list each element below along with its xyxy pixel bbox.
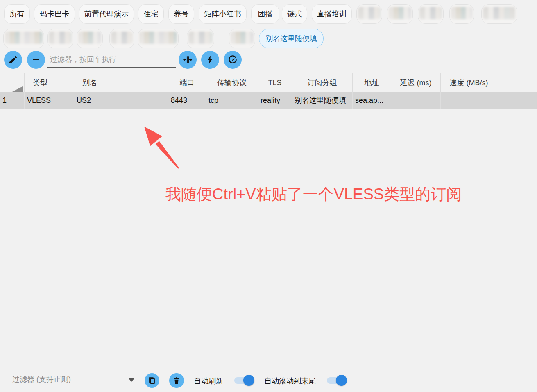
- annotation-arrow: [139, 123, 184, 172]
- group-tab-censored[interactable]: [187, 29, 214, 48]
- censor-mosaic: [358, 7, 381, 19]
- table-header-row: 类型 别名 端口 传输协议 TLS 订阅分组 地址 延迟 (ms) 速度 (MB…: [0, 73, 537, 92]
- column-header-address[interactable]: 地址: [352, 73, 391, 92]
- lightning-icon: [205, 55, 215, 65]
- group-tab[interactable]: 团播: [251, 4, 279, 24]
- censor-mosaic: [451, 7, 472, 19]
- censor-mosaic: [49, 32, 72, 44]
- column-header-group[interactable]: 订阅分组: [292, 73, 352, 92]
- auto-refresh-toggle[interactable]: [234, 377, 253, 384]
- delete-button[interactable]: [169, 373, 184, 388]
- group-tab[interactable]: 直播培训: [312, 4, 352, 24]
- group-tab-censored[interactable]: [356, 4, 382, 24]
- auto-refresh-label: 自动刷新: [194, 376, 223, 386]
- toggle-thumb: [243, 375, 254, 386]
- column-header-port[interactable]: 端口: [168, 73, 206, 92]
- gauge-icon: [227, 54, 238, 65]
- group-tab-all[interactable]: 所有: [4, 4, 30, 24]
- edit-button[interactable]: [4, 51, 22, 69]
- censor-mosaic: [78, 32, 101, 44]
- censor-mosaic: [419, 7, 442, 19]
- group-tab-censored[interactable]: [3, 29, 44, 48]
- group-tab[interactable]: 住宅: [138, 4, 164, 24]
- group-tab-censored[interactable]: [449, 4, 474, 24]
- group-tab-censored[interactable]: [47, 29, 73, 48]
- table-row-selected[interactable]: 1 VLESS US2 8443 tcp reality 别名这里随便填 sea…: [0, 92, 537, 109]
- cell-type: VLESS: [24, 92, 74, 109]
- row-number-header[interactable]: [0, 73, 24, 92]
- group-tab[interactable]: 前置代理演示: [79, 4, 134, 24]
- column-header-transport[interactable]: 传输协议: [206, 73, 258, 92]
- cell-transport: tcp: [206, 92, 258, 109]
- cell-address: sea.ap...: [352, 92, 391, 109]
- url-test-button[interactable]: [201, 51, 219, 69]
- toggle-thumb: [336, 375, 347, 386]
- censor-mosaic: [5, 32, 43, 44]
- copy-icon: [147, 376, 156, 385]
- corner-triangle-icon: [11, 86, 23, 92]
- group-tab-censored[interactable]: [138, 29, 179, 48]
- cell-tls: reality: [258, 92, 292, 109]
- auto-scroll-label: 自动滚动到末尾: [264, 376, 316, 386]
- cell-alias: US2: [74, 92, 168, 109]
- censor-mosaic: [111, 32, 133, 44]
- censor-mosaic: [231, 32, 254, 44]
- auto-scroll-toggle[interactable]: [327, 377, 346, 384]
- censor-mosaic: [188, 32, 213, 44]
- cell-blank: [497, 92, 537, 109]
- group-tab-censored[interactable]: [229, 29, 255, 48]
- proxy-filter-input[interactable]: [47, 52, 176, 68]
- group-tab-censored[interactable]: [77, 29, 103, 48]
- cell-port: 8443: [168, 92, 206, 109]
- group-tab[interactable]: 链式: [282, 4, 307, 24]
- column-header-speed[interactable]: 速度 (MB/s): [440, 73, 497, 92]
- censor-mosaic: [483, 7, 516, 19]
- log-filter-input[interactable]: [10, 372, 135, 387]
- plus-icon: [31, 55, 41, 65]
- cell-group: 别名这里随便填: [292, 92, 352, 109]
- app-root: 所有 玛卡巴卡 前置代理演示 住宅 养号 矩阵小红书 团播 链式 直播培训 别名…: [0, 0, 537, 392]
- column-header-blank: [497, 73, 537, 92]
- add-button[interactable]: [27, 51, 45, 69]
- group-tab-active[interactable]: 别名这里随便填: [259, 29, 324, 48]
- censor-mosaic: [139, 32, 177, 44]
- group-tab-censored[interactable]: [418, 4, 444, 24]
- bottom-divider: [0, 366, 537, 366]
- speed-test-button[interactable]: [224, 51, 242, 69]
- pencil-icon: [8, 55, 18, 65]
- column-header-tls[interactable]: TLS: [258, 73, 292, 92]
- cell-latency: [391, 92, 440, 109]
- group-tab-censored[interactable]: [387, 4, 413, 24]
- copy-button[interactable]: [145, 373, 159, 388]
- cell-speed: [440, 92, 497, 109]
- cell-row-number: 1: [0, 92, 24, 109]
- group-tab-censored[interactable]: [481, 4, 517, 24]
- split-arrows-icon: [182, 54, 193, 65]
- censor-mosaic: [389, 7, 411, 19]
- group-tab[interactable]: 玛卡巴卡: [34, 4, 75, 24]
- group-tab[interactable]: 养号: [168, 4, 194, 24]
- group-tab-censored[interactable]: [109, 29, 134, 48]
- column-header-alias[interactable]: 别名: [74, 73, 168, 92]
- proxy-table: 类型 别名 端口 传输协议 TLS 订阅分组 地址 延迟 (ms) 速度 (MB…: [0, 73, 537, 109]
- column-header-type[interactable]: 类型: [24, 73, 74, 92]
- group-tab[interactable]: 矩阵小红书: [199, 4, 247, 24]
- adjust-columns-button[interactable]: [179, 51, 197, 69]
- annotation-text: 我随便Ctrl+V粘贴了一个VLESS类型的订阅: [165, 184, 462, 205]
- trash-icon: [172, 376, 181, 385]
- chevron-down-icon[interactable]: [129, 378, 134, 382]
- column-header-latency[interactable]: 延迟 (ms): [391, 73, 440, 92]
